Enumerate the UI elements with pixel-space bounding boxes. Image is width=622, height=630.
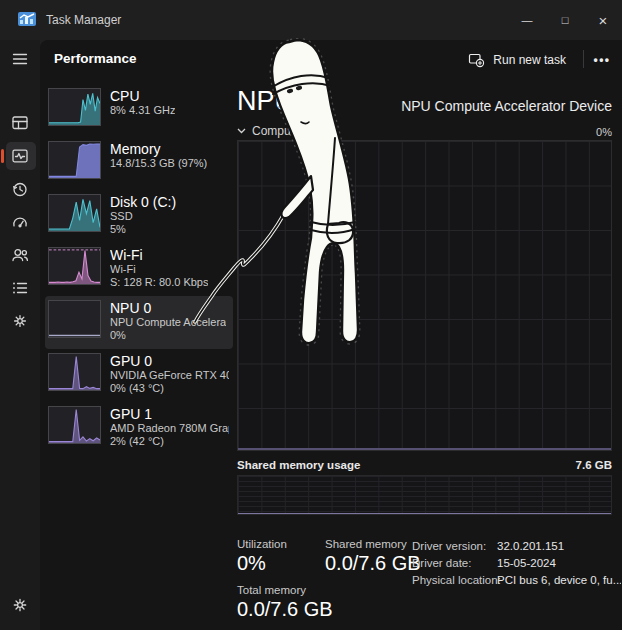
- perf-item-title: NPU 0: [110, 300, 226, 316]
- sidebar-item-details[interactable]: [0, 271, 40, 304]
- utilization-axis-max: 0%: [596, 126, 612, 138]
- sidebar-item-startup-apps[interactable]: [0, 205, 40, 238]
- header-divider: [583, 50, 584, 68]
- disk-sparkline: [48, 194, 101, 232]
- perf-item-cpu[interactable]: CPU 8% 4.31 GHz: [45, 84, 233, 137]
- settings-gear-icon: [11, 596, 29, 614]
- driver-version-value: 32.0.201.151: [497, 540, 621, 552]
- performance-list: CPU 8% 4.31 GHz Memory 14.8/15.3 GB (97%…: [45, 84, 233, 455]
- perf-item-title: CPU: [110, 88, 175, 104]
- task-manager-app-icon: [18, 12, 36, 26]
- services-icon: [11, 312, 29, 330]
- gpu1-sparkline: [48, 406, 101, 444]
- wifi-sparkline: [48, 247, 101, 285]
- driver-date-value: 15-05-2024: [497, 557, 621, 569]
- page-title: Performance: [54, 51, 137, 66]
- perf-item-title: Wi-Fi: [110, 247, 208, 263]
- utilization-stat-label: Utilization: [237, 538, 287, 550]
- perf-item-disk0[interactable]: Disk 0 (C:) SSD 5%: [45, 190, 233, 243]
- startup-apps-icon: [11, 213, 29, 231]
- utilization-stat-value: 0%: [237, 552, 266, 575]
- memory-sparkline: [48, 141, 101, 179]
- shared-memory-axis-max: 7.6 GB: [576, 459, 612, 471]
- perf-item-detail: 0% (43 °C): [110, 382, 229, 395]
- compute-label: Compute: [252, 124, 301, 138]
- window-controls: — □ ×: [508, 0, 622, 40]
- sidebar-item-processes[interactable]: [0, 106, 40, 139]
- npu-title: NPU: [237, 86, 294, 117]
- compute-utilization-chart: [237, 140, 612, 451]
- npu-sparkline: [48, 300, 101, 338]
- hamburger-menu-icon[interactable]: [0, 46, 40, 72]
- physical-location-label: Physical location:: [412, 574, 501, 586]
- cpu-sparkline: [48, 88, 101, 126]
- titlebar: Task Manager — □ ×: [0, 0, 622, 40]
- gpu0-sparkline: [48, 353, 101, 391]
- perf-item-title: GPU 0: [110, 353, 229, 369]
- npu-stats: Utilization 0% Shared memory 0.0/7.6 GB …: [237, 536, 622, 630]
- perf-item-detail: 2% (42 °C): [110, 435, 229, 448]
- perf-item-memory[interactable]: Memory 14.8/15.3 GB (97%): [45, 137, 233, 190]
- shared-memory-chart: [237, 475, 612, 515]
- total-memory-stat-label: Total memory: [237, 584, 306, 596]
- maximize-button[interactable]: □: [546, 0, 584, 40]
- window-title: Task Manager: [46, 13, 121, 27]
- perf-item-detail: 8% 4.31 GHz: [110, 104, 175, 117]
- compute-dropdown[interactable]: Compute: [237, 124, 301, 138]
- minimize-button[interactable]: —: [508, 0, 546, 40]
- sidebar-item-users[interactable]: [0, 238, 40, 271]
- perf-item-detail: SSD: [110, 210, 176, 223]
- shared-memory-header: Shared memory usage 7.6 GB: [237, 459, 612, 471]
- perf-item-title: Memory: [110, 141, 207, 157]
- sidebar: [0, 40, 40, 630]
- perf-item-detail: NVIDIA GeForce RTX 405: [110, 369, 229, 382]
- shared-memory-stat-value: 0.0/7.6 GB: [325, 552, 421, 575]
- shared-memory-label: Shared memory usage: [237, 459, 360, 471]
- chevron-down-icon: [237, 128, 246, 134]
- npu-detail-pane: NPU NPU Compute Accelerator Device Compu…: [237, 78, 622, 630]
- perf-item-detail: Wi-Fi: [110, 263, 208, 276]
- content-area: Performance Run new task ••• CPU 8% 4.31…: [40, 40, 622, 630]
- device-name: NPU Compute Accelerator Device: [401, 98, 612, 114]
- performance-icon: [11, 147, 29, 165]
- utilization-zero-line: [238, 448, 611, 450]
- driver-date-label: Driver date:: [412, 557, 471, 569]
- perf-item-npu0[interactable]: NPU 0 NPU Compute Accelera 0%: [45, 296, 233, 349]
- physical-location-value: PCI bus 6, device 0, fu...: [497, 574, 621, 586]
- perf-item-title: GPU 1: [110, 406, 229, 422]
- perf-item-title: Disk 0 (C:): [110, 194, 176, 210]
- perf-item-detail: AMD Radeon 780M Grap: [110, 422, 229, 435]
- users-icon: [11, 246, 29, 264]
- driver-version-label: Driver version:: [412, 540, 486, 552]
- sidebar-item-app-history[interactable]: [0, 172, 40, 205]
- sidebar-item-services[interactable]: [0, 304, 40, 337]
- perf-item-wifi[interactable]: Wi-Fi Wi-Fi S: 128 R: 80.0 Kbps: [45, 243, 233, 296]
- perf-item-detail: 5%: [110, 223, 176, 236]
- processes-icon: [11, 114, 29, 132]
- sidebar-item-performance[interactable]: [0, 139, 40, 172]
- perf-item-gpu1[interactable]: GPU 1 AMD Radeon 780M Grap 2% (42 °C): [45, 402, 233, 455]
- perf-item-detail: 14.8/15.3 GB (97%): [110, 157, 207, 170]
- run-new-task-button[interactable]: Run new task: [458, 46, 576, 73]
- perf-item-detail: NPU Compute Accelera: [110, 316, 226, 329]
- sidebar-item-settings[interactable]: [0, 590, 40, 620]
- run-new-task-label: Run new task: [493, 53, 566, 67]
- more-options-button[interactable]: •••: [588, 46, 616, 73]
- page-header: Performance Run new task •••: [40, 40, 622, 78]
- perf-item-detail: 0%: [110, 329, 226, 342]
- close-button[interactable]: ×: [584, 0, 622, 40]
- total-memory-stat-value: 0.0/7.6 GB: [237, 598, 333, 621]
- perf-item-gpu0[interactable]: GPU 0 NVIDIA GeForce RTX 405 0% (43 °C): [45, 349, 233, 402]
- shared-memory-stat-label: Shared memory: [325, 538, 407, 550]
- details-icon: [11, 279, 29, 297]
- shared-memory-zero-line: [238, 513, 611, 515]
- app-history-icon: [11, 180, 29, 198]
- new-task-icon: [468, 52, 485, 68]
- task-manager-window: Task Manager — □ ×: [0, 0, 622, 630]
- perf-item-detail: S: 128 R: 80.0 Kbps: [110, 276, 208, 289]
